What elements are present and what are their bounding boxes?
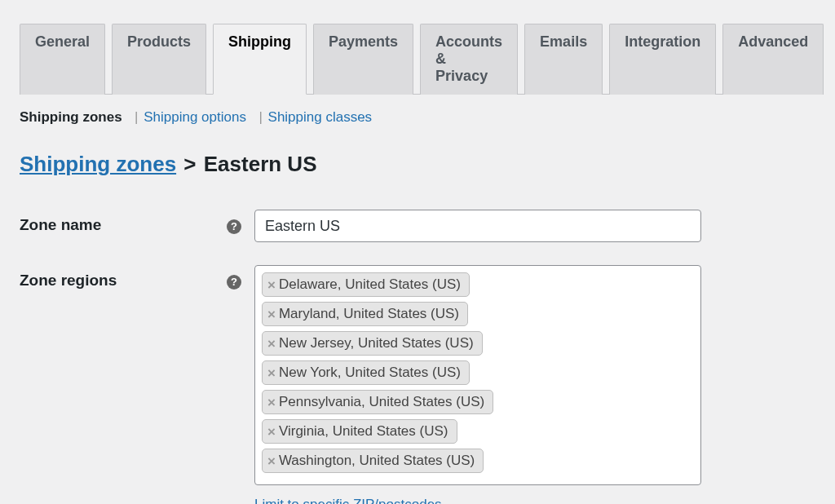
tab-shipping[interactable]: Shipping (213, 24, 307, 95)
zone-name-label: Zone name (20, 210, 227, 265)
zone-regions-input[interactable]: ×Delaware, United States (US) ×Maryland,… (254, 265, 701, 485)
region-tag-label: Virginia, United States (US) (279, 423, 448, 440)
breadcrumb: Shipping zones > Eastern US (20, 152, 815, 177)
region-tag-label: Washington, United States (US) (279, 453, 475, 469)
tab-payments[interactable]: Payments (313, 24, 413, 95)
tab-integration[interactable]: Integration (609, 24, 716, 95)
remove-icon[interactable]: × (267, 425, 276, 439)
remove-icon[interactable]: × (267, 454, 276, 468)
shipping-subnav: Shipping zones | Shipping options | Ship… (20, 95, 815, 126)
remove-icon[interactable]: × (267, 396, 276, 409)
region-tag[interactable]: ×Pennsylvania, United States (US) (262, 390, 493, 414)
separator: | (250, 109, 264, 125)
remove-icon[interactable]: × (267, 278, 276, 292)
separator: | (126, 109, 139, 125)
tab-advanced[interactable]: Advanced (722, 24, 824, 95)
tab-general[interactable]: General (20, 24, 105, 95)
region-tag[interactable]: ×Delaware, United States (US) (262, 272, 470, 297)
help-icon[interactable]: ? (227, 219, 241, 234)
region-tag-label: New York, United States (US) (279, 365, 461, 381)
subnav-shipping-zones[interactable]: Shipping zones (20, 109, 122, 125)
region-tag-label: Pennsylvania, United States (US) (279, 394, 484, 410)
remove-icon[interactable]: × (267, 307, 276, 321)
region-tag[interactable]: ×New Jersey, United States (US) (262, 331, 483, 356)
breadcrumb-current: Eastern US (204, 152, 317, 176)
settings-tabs: General Products Shipping Payments Accou… (20, 0, 815, 95)
help-icon[interactable]: ? (227, 275, 241, 290)
zone-name-input[interactable] (254, 210, 701, 242)
tab-emails[interactable]: Emails (524, 24, 603, 95)
tab-products[interactable]: Products (112, 24, 206, 95)
remove-icon[interactable]: × (267, 337, 276, 351)
region-tag-label: New Jersey, United States (US) (279, 335, 474, 351)
tab-accounts-privacy[interactable]: Accounts & Privacy (420, 24, 518, 95)
region-tag[interactable]: ×Washington, United States (US) (262, 449, 484, 473)
breadcrumb-root-link[interactable]: Shipping zones (20, 152, 176, 176)
subnav-shipping-classes[interactable]: Shipping classes (268, 109, 373, 125)
region-tag[interactable]: ×Maryland, United States (US) (262, 302, 468, 326)
limit-postcodes-link[interactable]: Limit to specific ZIP/postcodes (254, 497, 442, 504)
region-tag-label: Delaware, United States (US) (279, 276, 461, 293)
subnav-shipping-options[interactable]: Shipping options (144, 109, 246, 125)
breadcrumb-separator: > (182, 152, 197, 176)
remove-icon[interactable]: × (267, 366, 276, 380)
region-tag[interactable]: ×Virginia, United States (US) (262, 419, 457, 444)
region-tag[interactable]: ×New York, United States (US) (262, 360, 470, 385)
region-tag-label: Maryland, United States (US) (279, 306, 459, 322)
zone-regions-label: Zone regions (20, 265, 227, 504)
